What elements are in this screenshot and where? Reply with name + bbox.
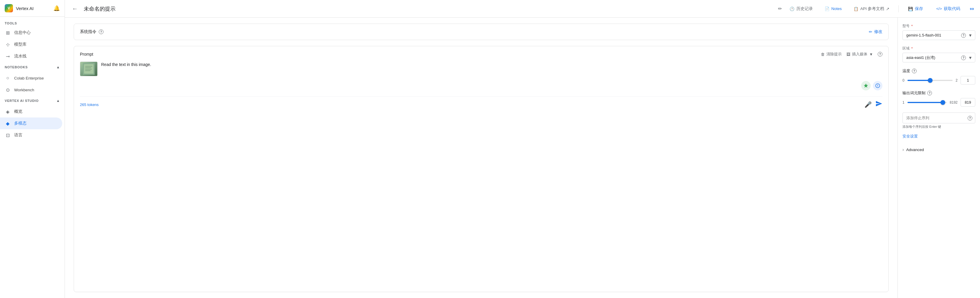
studio-section-header[interactable]: VERTEX AI STUDIO ▲ [0,96,65,106]
edit-title-icon[interactable]: ✏ [778,6,782,11]
colab-label: Colab Enterprise [14,76,44,80]
model-library-icon: ⊹ [5,41,11,48]
svg-rect-3 [85,67,91,68]
temperature-slider-fill [907,80,930,81]
stop-sequences-section: ? 添加每个序列后按 Enter 键 [902,113,975,129]
output-tokens-max: 8192 [950,100,958,105]
api-docs-button[interactable]: 📋 API 参考文档 ↗ [851,5,893,13]
pipeline-label: 流水线 [14,54,27,59]
output-tokens-help-icon[interactable]: ? [927,91,932,95]
multimodal-label: 多模态 [14,121,27,126]
clear-prompt-button[interactable]: 🗑 清除提示 [821,52,842,57]
temperature-header: 温度 ? [902,68,975,74]
prompt-label: Prompt [80,52,93,57]
safety-section: 安全设置 [902,134,975,139]
model-help-icon[interactable]: ? [961,33,966,38]
notes-icon: 📄 [825,6,830,11]
system-instructions-panel: 系统指令 ? ✏ 修改 [74,24,889,40]
sidebar-item-colab[interactable]: ○ Colab Enterprise [0,72,62,84]
stop-sequences-help-icon[interactable]: ? [967,116,972,121]
insert-media-icon: 🖼 [846,52,850,57]
save-button[interactable]: 💾 保存 [905,5,927,13]
multimodal-icon: ◆ [5,120,11,126]
history-icon: 🕐 [789,6,795,11]
model-label-text: 型号 [902,24,910,29]
prompt-text-field[interactable]: Read the text in this image. [101,62,882,73]
code-label: 获取代码 [944,6,960,11]
output-tokens-value-input[interactable] [961,98,975,106]
top-bar-actions: 🕐 历史记录 📄 Notes 📋 API 参考文档 ↗ 💾 保存 [787,5,974,13]
temperature-section: 温度 ? 0 2 [902,68,975,84]
sidebar-item-model-library[interactable]: ⊹ 模型库 [0,38,62,50]
pipeline-icon: ⊸ [5,53,11,59]
studio-label: VERTEX AI STUDIO [5,99,39,103]
workbench-icon: ⊙ [5,87,11,93]
sidebar-item-workbench[interactable]: ⊙ Workbench [0,84,62,96]
output-tokens-slider-track[interactable] [907,102,947,103]
output-tokens-min: 1 [902,100,905,105]
temperature-min: 0 [902,78,905,82]
region-label: 区域 * [902,46,975,51]
workbench-label: Workbench [14,88,34,92]
temperature-slider-thumb[interactable] [928,78,932,83]
back-button[interactable]: ← [71,4,79,13]
output-tokens-slider-thumb[interactable] [940,100,945,105]
temperature-slider-container: 0 2 [902,76,975,84]
region-help-icon[interactable]: ? [961,55,966,60]
notes-button[interactable]: 📄 Notes [822,5,845,13]
safety-settings-link[interactable]: 安全设置 [902,134,918,138]
advanced-chevron-icon: › [902,147,904,152]
edit-system-instructions-button[interactable]: ✏ 修改 [869,29,882,35]
api-docs-icon: 📋 [854,6,859,11]
stop-sequences-input[interactable] [902,113,975,124]
send-button[interactable] [875,100,882,109]
gemini-action-icons [80,81,882,90]
sidebar-item-info-center[interactable]: ⊞ 信息中心 [0,27,62,38]
temperature-help-icon[interactable]: ? [912,69,916,73]
prompt-footer: 265 tokens 🎤 [80,96,882,109]
output-tokens-section: 输出词元限制 ? 1 8192 [902,90,975,106]
token-count[interactable]: 265 tokens [80,103,99,107]
sidebar-item-language[interactable]: ⊡ 语言 [0,129,62,141]
advanced-section[interactable]: › Advanced [902,145,975,154]
gemini-chat-icon[interactable] [873,81,882,90]
sidebar-item-multimodal[interactable]: ◆ 多模态 [0,117,62,129]
tools-section-label: TOOLS [0,17,65,27]
stop-sequences-hint: 添加每个序列后按 Enter 键 [902,125,975,129]
clear-label: 清除提示 [826,52,842,57]
save-label: 保存 [915,6,923,11]
image-thumbnail[interactable] [80,62,98,76]
history-button[interactable]: 🕐 历史记录 [787,5,816,13]
code-icon: </> [936,6,942,11]
prompt-help-icon[interactable]: ? [878,52,882,57]
insert-media-button[interactable]: 🖼 插入媒体 ▼ [846,52,873,57]
info-center-label: 信息中心 [14,30,31,35]
notebooks-section-header[interactable]: NOTEBOOKS ▲ [0,62,65,72]
language-label: 语言 [14,133,22,138]
info-center-icon: ⊞ [5,30,11,36]
region-label-text: 区域 [902,46,910,51]
temperature-value-input[interactable] [961,76,975,84]
gemini-generate-icon[interactable] [861,81,870,90]
advanced-label: Advanced [906,147,924,152]
prompt-header: Prompt 🗑 清除提示 🖼 插入媒体 ▼ ? [80,52,882,57]
notebooks-chevron-icon: ▲ [56,65,60,69]
sidebar-item-overview[interactable]: ◈ 概览 [0,106,62,117]
output-tokens-label: 输出词元限制 [902,90,926,96]
prompt-area: 系统指令 ? ✏ 修改 Prompt 🗑 [65,17,897,298]
prompt-content: Read the text in this image. [80,62,882,76]
temperature-slider-track[interactable] [907,80,953,81]
insert-media-label: 插入媒体 [852,52,867,57]
bell-icon[interactable]: 🔔 [53,5,60,11]
get-code-button[interactable]: </> 获取代码 [932,5,964,13]
app-name: Vertex AI [16,6,33,11]
api-docs-label: API 参考文档 [860,6,885,11]
expand-button[interactable]: ⇔ [970,6,974,12]
trash-icon: 🗑 [821,52,825,57]
svg-rect-5 [85,70,91,71]
overview-label: 概览 [14,109,22,114]
system-instructions-help-icon[interactable]: ? [99,29,103,34]
sidebar-item-pipeline[interactable]: ⊸ 流水线 [0,50,62,62]
mic-button[interactable]: 🎤 [864,101,872,108]
history-label: 历史记录 [796,6,813,11]
